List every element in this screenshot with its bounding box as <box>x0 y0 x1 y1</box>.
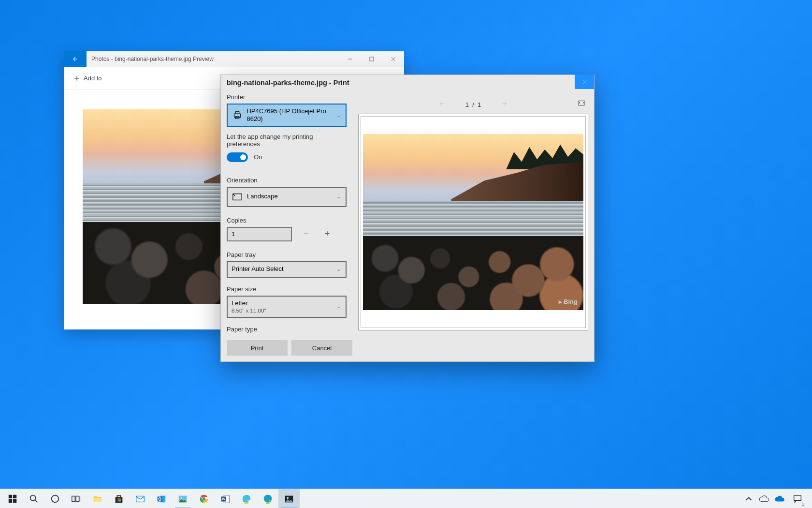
page-nav: 1 / 1 <box>358 95 588 114</box>
tray-value: Printer Auto Select <box>232 265 284 273</box>
svg-rect-19 <box>94 498 102 502</box>
paper-type-label: Paper type <box>227 326 347 333</box>
size-sub: 8.50" x 11.00" <box>232 307 266 314</box>
svg-rect-22 <box>119 498 121 500</box>
onedrive-synced-icon[interactable] <box>772 489 787 508</box>
preferences-label: Let the app change my printing preferenc… <box>227 133 347 148</box>
search-button[interactable] <box>23 489 44 508</box>
outlook-icon[interactable] <box>151 489 172 508</box>
landscape-icon <box>232 193 243 201</box>
cortana-button[interactable] <box>44 489 66 508</box>
print-dialog-header: bing-national-parks-theme.jpg - Print <box>221 75 594 90</box>
edge-icon[interactable] <box>257 489 278 508</box>
print-options-panel: Printer HP4C7695 (HP Officejet Pro 8620)… <box>221 90 352 336</box>
maximize-button[interactable] <box>361 51 382 67</box>
svg-rect-36 <box>245 502 248 504</box>
svg-rect-13 <box>9 499 12 502</box>
preview-image: ▸ Bing <box>363 134 583 310</box>
store-icon[interactable] <box>108 489 130 508</box>
system-tray: 1 <box>741 489 810 508</box>
photos-titlebar: Photos - bing-national-parks-theme.jpg P… <box>64 51 404 67</box>
prev-page-button[interactable] <box>437 100 446 109</box>
svg-rect-11 <box>9 494 12 498</box>
printer-label: Printer <box>227 93 347 101</box>
svg-point-32 <box>203 497 205 500</box>
size-select[interactable]: Letter 8.50" x 11.00" ⌄ <box>227 296 347 318</box>
chevron-down-icon: ⌄ <box>336 303 341 310</box>
chevron-down-icon: ⌄ <box>336 266 341 272</box>
fit-page-button[interactable] <box>577 99 586 109</box>
svg-rect-41 <box>794 495 801 500</box>
size-value: Letter <box>232 299 266 307</box>
next-page-button[interactable] <box>500 100 509 109</box>
close-button[interactable] <box>382 51 404 67</box>
svg-rect-23 <box>117 500 119 501</box>
word-icon[interactable]: W <box>215 489 236 508</box>
print-preview-panel: 1 / 1 ▸ Bing <box>352 90 594 336</box>
start-button[interactable] <box>2 489 23 508</box>
cancel-button[interactable]: Cancel <box>291 340 352 356</box>
svg-rect-21 <box>117 498 119 500</box>
onedrive-icon[interactable] <box>757 489 771 508</box>
edge-legacy-icon[interactable] <box>236 489 257 508</box>
svg-rect-24 <box>119 500 121 501</box>
chrome-icon[interactable] <box>193 489 215 508</box>
svg-text:W: W <box>222 497 225 501</box>
photos-taskbar-icon[interactable] <box>172 489 193 508</box>
svg-rect-7 <box>235 112 239 114</box>
size-label: Paper size <box>227 285 347 293</box>
tray-label: Paper tray <box>227 251 347 258</box>
chevron-down-icon: ⌄ <box>336 112 341 119</box>
copies-decrement[interactable]: − <box>299 227 313 241</box>
page-current: 1 <box>465 101 469 108</box>
svg-point-16 <box>52 495 59 502</box>
preview-page: ▸ Bing <box>358 114 588 330</box>
action-center-icon[interactable]: 1 <box>788 489 807 508</box>
svg-rect-1 <box>370 57 374 61</box>
svg-rect-20 <box>116 497 123 503</box>
svg-rect-18 <box>76 496 79 501</box>
orientation-select[interactable]: Landscape ⌄ <box>227 187 347 207</box>
copies-input[interactable]: 1 <box>227 227 292 241</box>
svg-rect-14 <box>13 499 16 502</box>
tray-select[interactable]: Printer Auto Select ⌄ <box>227 261 347 278</box>
orientation-value: Landscape <box>247 193 278 200</box>
dialog-close-button[interactable] <box>575 75 594 89</box>
preferences-toggle[interactable] <box>227 152 248 162</box>
copies-increment[interactable]: + <box>320 227 334 241</box>
orientation-label: Orientation <box>227 177 347 184</box>
bing-watermark: ▸ Bing <box>559 298 578 305</box>
svg-rect-17 <box>72 496 75 501</box>
printer-icon <box>232 110 243 120</box>
back-button[interactable] <box>64 51 87 67</box>
svg-rect-6 <box>234 114 240 118</box>
photos-app-running-icon[interactable] <box>278 489 300 508</box>
add-to-button[interactable]: Add to <box>69 73 106 84</box>
svg-rect-27 <box>158 496 162 501</box>
page-total: 1 <box>478 101 481 108</box>
print-button[interactable]: Print <box>227 340 288 356</box>
svg-point-15 <box>30 495 36 500</box>
tray-overflow-icon[interactable] <box>741 489 756 508</box>
task-view-button[interactable] <box>66 489 87 508</box>
printer-value: HP4C7695 (HP Officejet Pro 8620) <box>246 107 342 123</box>
minimize-button[interactable] <box>339 51 361 67</box>
copies-label: Copies <box>227 217 347 224</box>
preferences-toggle-label: On <box>254 153 262 161</box>
svg-rect-38 <box>266 502 269 504</box>
window-title: Photos - bing-national-parks-theme.jpg P… <box>87 56 339 62</box>
print-dialog: bing-national-parks-theme.jpg - Print Pr… <box>220 75 594 362</box>
taskbar: W 1 <box>0 489 812 508</box>
svg-point-40 <box>287 497 289 499</box>
file-explorer-icon[interactable] <box>87 489 108 508</box>
mail-icon[interactable] <box>130 489 151 508</box>
add-to-label: Add to <box>84 75 102 82</box>
svg-rect-12 <box>13 494 16 498</box>
svg-point-30 <box>180 497 182 499</box>
chevron-down-icon: ⌄ <box>336 194 341 200</box>
printer-select[interactable]: HP4C7695 (HP Officejet Pro 8620) ⌄ <box>227 104 347 127</box>
print-dialog-title: bing-national-parks-theme.jpg - Print <box>227 79 349 87</box>
